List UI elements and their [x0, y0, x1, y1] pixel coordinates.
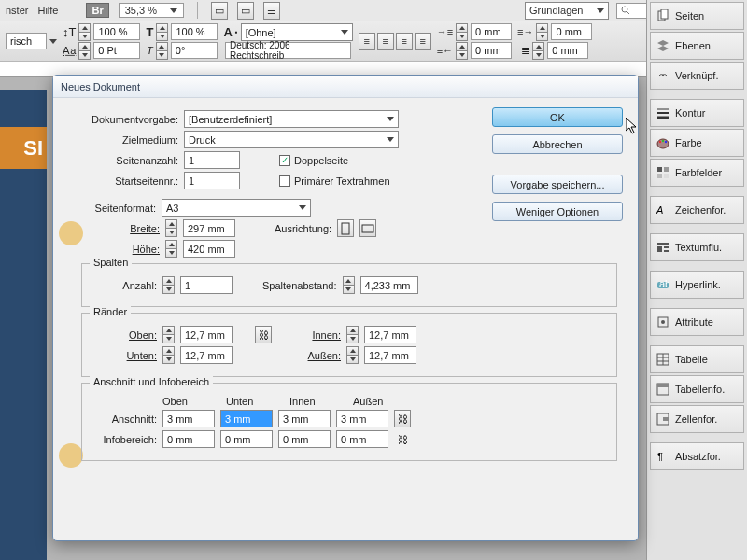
- panel-farbe[interactable]: Farbe: [650, 129, 744, 157]
- gutter-input[interactable]: [360, 276, 418, 294]
- pages-icon: [656, 9, 669, 22]
- margins-group: Ränder Oben: ⛓ Innen: Unten: Außen:: [81, 313, 617, 377]
- svg-point-8: [659, 141, 661, 143]
- panel-tabellenformate[interactable]: Tabellenfo.: [650, 375, 744, 403]
- svg-rect-16: [657, 243, 669, 245]
- skew[interactable]: 0°: [171, 42, 218, 59]
- panel-zellenformate[interactable]: Zellenfor.: [650, 405, 744, 433]
- link-bleed-icon[interactable]: ⛓: [394, 410, 411, 427]
- svg-line-1: [627, 11, 629, 14]
- cancel-button[interactable]: Abbrechen: [492, 134, 623, 154]
- vscale[interactable]: 100 %: [93, 23, 140, 40]
- svg-rect-12: [664, 167, 669, 172]
- panel-ebenen[interactable]: Ebenen: [650, 32, 744, 60]
- link-slug-icon[interactable]: ⛓: [394, 430, 411, 448]
- panel-farbfelder[interactable]: Farbfelder: [650, 159, 744, 187]
- slug-bottom[interactable]: [220, 430, 273, 448]
- preset-combo[interactable]: [Benutzerdefiniert]: [184, 110, 399, 128]
- panel-seiten[interactable]: Seiten: [650, 2, 744, 30]
- svg-rect-34: [362, 225, 374, 232]
- bleed-bottom[interactable]: [220, 410, 273, 427]
- height-label: Höhe:: [113, 244, 160, 255]
- svg-rect-11: [657, 167, 662, 172]
- bleed-top[interactable]: [162, 410, 215, 427]
- height-input[interactable]: [183, 240, 235, 258]
- fewer-options-button[interactable]: Weniger Optionen: [492, 202, 623, 221]
- portrait-icon[interactable]: [337, 219, 354, 237]
- panel-absatzformate[interactable]: ¶Absatzfor.: [650, 442, 744, 470]
- facing-checkbox[interactable]: ✓Doppelseite: [279, 155, 348, 166]
- size-label: Seitenformat:: [66, 203, 156, 214]
- pages-input[interactable]: [184, 151, 240, 169]
- stroke-icon: [656, 106, 669, 119]
- panel-attribute[interactable]: Attribute: [650, 308, 744, 336]
- mbot-label: Unten:: [92, 350, 157, 361]
- bridge-icon[interactable]: Br: [86, 3, 108, 18]
- slug-out[interactable]: [336, 430, 388, 448]
- size-combo[interactable]: A3: [162, 199, 311, 217]
- min-input[interactable]: [364, 326, 416, 343]
- align-right-icon[interactable]: ≡: [396, 33, 413, 50]
- font-combo[interactable]: risch: [6, 33, 47, 49]
- svg-text:A: A: [656, 204, 663, 216]
- new-document-dialog: Neues Dokument OK Abbrechen Vorgabe spei…: [52, 75, 639, 541]
- panel-tabelle[interactable]: Tabelle: [650, 345, 744, 373]
- workspace-combo[interactable]: Grundlagen: [525, 2, 609, 20]
- hscale[interactable]: 100 %: [171, 23, 218, 40]
- colcount-label: Anzahl:: [92, 280, 157, 291]
- panel-verknuepf[interactable]: Verknüpf.: [650, 62, 744, 90]
- margins-legend: Ränder: [90, 306, 131, 317]
- width-input[interactable]: [183, 219, 235, 237]
- panel-zeichenformate[interactable]: AZeichenfor.: [650, 196, 744, 224]
- preset-label: Dokumentvorgabe:: [66, 114, 178, 125]
- panel-hyperlinks[interactable]: abcHyperlink.: [650, 271, 744, 299]
- menu-fenster[interactable]: nster: [6, 5, 28, 16]
- svg-rect-17: [657, 246, 662, 252]
- svg-rect-33: [342, 223, 349, 234]
- svg-point-23: [661, 320, 665, 324]
- charstyle-combo[interactable]: [Ohne]: [241, 23, 353, 41]
- screen-mode-icon[interactable]: ▭: [211, 2, 228, 20]
- ok-button[interactable]: OK: [492, 107, 623, 127]
- table-icon: [656, 353, 669, 366]
- align-center-icon[interactable]: ≡: [377, 33, 394, 50]
- indent-left[interactable]: 0 mm: [471, 23, 512, 40]
- align-left-icon[interactable]: ≡: [359, 33, 375, 50]
- svg-point-10: [665, 141, 667, 143]
- mout-input[interactable]: [364, 346, 416, 364]
- zoom-combo[interactable]: 35,3 %: [119, 3, 184, 18]
- panel-kontur[interactable]: Kontur: [650, 99, 744, 127]
- mtop-input[interactable]: [180, 326, 233, 343]
- colcount-input[interactable]: [180, 276, 233, 294]
- svg-rect-29: [657, 384, 669, 387]
- lang-combo[interactable]: Deutsch: 2006 Rechtschreib: [225, 42, 351, 59]
- primary-checkbox[interactable]: Primärer Textrahmen: [279, 175, 390, 187]
- bleed-in[interactable]: [278, 410, 331, 427]
- dialog-buttons: OK Abbrechen Vorgabe speichern... Wenige…: [492, 107, 623, 221]
- baseline[interactable]: 0 Pt: [93, 42, 140, 59]
- stepper[interactable]: [78, 23, 91, 41]
- attribute-icon: [656, 315, 669, 329]
- control-toolbar: risch ↕T100 % A͟a0 Pt T100 % T0° A▪[Ohne…: [0, 21, 747, 62]
- mtop-label: Oben:: [92, 329, 157, 341]
- slug-top[interactable]: [162, 430, 215, 448]
- intent-combo[interactable]: Druck: [184, 131, 399, 148]
- width-label: Breite:: [113, 223, 160, 234]
- slug-in[interactable]: [278, 430, 331, 448]
- save-preset-button[interactable]: Vorgabe speichern...: [492, 175, 623, 194]
- panel-textumfluss[interactable]: Textumflu.: [650, 233, 744, 261]
- indent-right[interactable]: 0 mm: [471, 42, 512, 59]
- landscape-icon[interactable]: [359, 219, 376, 237]
- slug-label: Infobereich:: [92, 434, 157, 445]
- parastyle-icon: ¶: [656, 450, 669, 463]
- arrange-icon[interactable]: ▭: [237, 2, 254, 20]
- view-icon[interactable]: ☰: [263, 2, 280, 20]
- menu-hilfe[interactable]: Hilfe: [37, 5, 58, 16]
- link-margins-icon[interactable]: ⛓: [255, 326, 272, 343]
- startpg-input[interactable]: [184, 172, 240, 189]
- mbot-input[interactable]: [180, 346, 233, 364]
- links-icon: [656, 69, 669, 82]
- hint-marker-2: [59, 443, 83, 468]
- justify-icon[interactable]: ≡: [415, 33, 431, 50]
- bleed-out[interactable]: [336, 410, 388, 427]
